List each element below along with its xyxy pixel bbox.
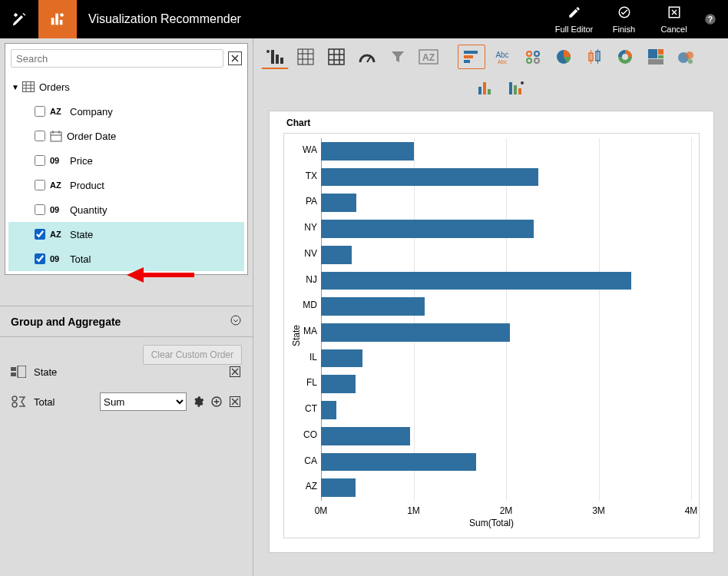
viz-type-table[interactable] bbox=[323, 45, 350, 69]
design-mode-button[interactable] bbox=[0, 0, 38, 38]
bar[interactable] bbox=[321, 349, 362, 368]
type-badge: 09 bbox=[50, 254, 65, 263]
bar-category-label: MA bbox=[290, 326, 317, 336]
cancel-square-icon bbox=[667, 5, 681, 22]
field-row-state[interactable]: AZState bbox=[8, 222, 244, 247]
field-checkbox[interactable] bbox=[35, 229, 45, 240]
bar-category-label: IL bbox=[290, 352, 317, 362]
recommender-mode-button[interactable] bbox=[38, 0, 77, 38]
bar[interactable] bbox=[321, 220, 534, 238]
field-checkbox[interactable] bbox=[35, 253, 45, 264]
bar-row: WA bbox=[321, 142, 691, 161]
svg-rect-13 bbox=[11, 367, 16, 371]
svg-point-21 bbox=[266, 50, 270, 53]
svg-rect-58 bbox=[518, 88, 521, 94]
bar-row: NJ bbox=[321, 272, 691, 290]
bar-category-label: WA bbox=[290, 144, 317, 155]
bar-category-label: AZ bbox=[290, 481, 317, 492]
field-row-price[interactable]: 09Price bbox=[8, 148, 244, 173]
text-field-button[interactable]: AZ bbox=[415, 45, 442, 69]
x-tick: 0M bbox=[315, 505, 328, 516]
field-checkbox[interactable] bbox=[35, 180, 45, 190]
svg-point-59 bbox=[521, 81, 524, 84]
add-button[interactable] bbox=[210, 395, 223, 409]
field-label: Product bbox=[70, 180, 104, 191]
filter-button[interactable] bbox=[384, 45, 412, 69]
svg-rect-46 bbox=[648, 49, 657, 58]
finish-button[interactable]: Finish bbox=[599, 5, 649, 34]
svg-rect-26 bbox=[329, 49, 344, 65]
svg-rect-53 bbox=[478, 87, 481, 94]
svg-rect-49 bbox=[648, 59, 663, 65]
svg-rect-55 bbox=[488, 89, 491, 94]
field-row-order-date[interactable]: Order Date bbox=[8, 124, 244, 148]
bar-category-label: PA bbox=[290, 196, 317, 207]
field-label: Quantity bbox=[70, 204, 107, 216]
bar-category-label: CO bbox=[290, 429, 317, 440]
date-icon bbox=[50, 130, 62, 142]
chart-subtype-pie[interactable] bbox=[550, 45, 577, 69]
chart-subtype-boxplot[interactable] bbox=[581, 45, 608, 69]
field-row-company[interactable]: AZCompany bbox=[8, 99, 244, 124]
search-input[interactable] bbox=[11, 49, 223, 68]
chart-subtype-columnbar[interactable] bbox=[472, 75, 499, 100]
field-checkbox[interactable] bbox=[35, 106, 45, 117]
bar[interactable] bbox=[321, 194, 356, 212]
close-fields-panel-button[interactable] bbox=[228, 51, 242, 65]
type-badge: AZ bbox=[50, 107, 65, 116]
svg-point-35 bbox=[527, 51, 531, 56]
dataset-row[interactable]: ▼Orders bbox=[8, 74, 244, 99]
bar-row: TX bbox=[321, 168, 691, 187]
bar[interactable] bbox=[321, 478, 356, 497]
bar-category-label: CT bbox=[290, 403, 317, 414]
pencil-icon bbox=[568, 5, 581, 22]
bar[interactable] bbox=[321, 401, 336, 419]
cancel-button[interactable]: Cancel bbox=[649, 5, 699, 34]
aggregate-select[interactable]: Sum bbox=[100, 392, 187, 411]
chart-subtype-donut[interactable] bbox=[611, 45, 639, 69]
group-aggregate-header[interactable]: Group and Aggregate bbox=[0, 306, 253, 337]
full-editor-button[interactable]: Full Editor bbox=[549, 5, 599, 34]
chevron-down-icon bbox=[230, 314, 242, 329]
bar[interactable] bbox=[321, 375, 356, 393]
chart-subtype-bubblechart[interactable] bbox=[673, 45, 700, 69]
field-row-total[interactable]: 09Total bbox=[8, 247, 244, 271]
help-button[interactable]: ? bbox=[699, 12, 722, 26]
bar[interactable] bbox=[321, 453, 476, 472]
field-row-quantity[interactable]: 09Quantity bbox=[8, 197, 244, 222]
bar-row: MD bbox=[321, 297, 691, 316]
viz-type-gauge[interactable] bbox=[353, 45, 381, 69]
bar[interactable] bbox=[321, 297, 425, 316]
bar[interactable] bbox=[321, 427, 410, 445]
chart-subtype-sortedbar[interactable] bbox=[502, 75, 530, 100]
bar[interactable] bbox=[321, 272, 631, 290]
remove-state-button[interactable] bbox=[228, 365, 242, 379]
svg-point-12 bbox=[231, 316, 240, 325]
chart-subtype-treemap[interactable] bbox=[642, 45, 670, 69]
bar[interactable] bbox=[321, 168, 538, 187]
field-label: Order Date bbox=[67, 131, 116, 142]
settings-button[interactable] bbox=[191, 395, 205, 409]
remove-total-button[interactable] bbox=[228, 395, 242, 409]
svg-rect-32 bbox=[464, 60, 470, 63]
clear-custom-order-button[interactable]: Clear Custom Order bbox=[143, 345, 242, 365]
bar-category-label: NV bbox=[290, 248, 317, 259]
viz-type-bar[interactable] bbox=[261, 45, 289, 69]
bar[interactable] bbox=[321, 142, 414, 161]
field-row-product[interactable]: AZProduct bbox=[8, 173, 244, 197]
svg-text:AZ: AZ bbox=[422, 52, 435, 63]
bar[interactable] bbox=[321, 323, 510, 342]
dataset-label: Orders bbox=[39, 81, 70, 93]
chart-subtype-wordcloud[interactable]: AbcAbc bbox=[488, 45, 516, 69]
viz-type-crosstab[interactable] bbox=[292, 45, 319, 69]
bar-category-label: MD bbox=[290, 300, 317, 310]
group-field-icon bbox=[11, 366, 26, 378]
chart-subtype-bubble[interactable] bbox=[519, 45, 547, 69]
field-checkbox[interactable] bbox=[35, 155, 45, 166]
aggregate-field-total: Total bbox=[34, 396, 95, 408]
field-checkbox[interactable] bbox=[35, 131, 45, 141]
bar[interactable] bbox=[321, 246, 352, 264]
chart-subtype-hbar[interactable] bbox=[458, 45, 485, 69]
field-checkbox[interactable] bbox=[35, 204, 45, 215]
type-badge: 09 bbox=[50, 156, 65, 165]
